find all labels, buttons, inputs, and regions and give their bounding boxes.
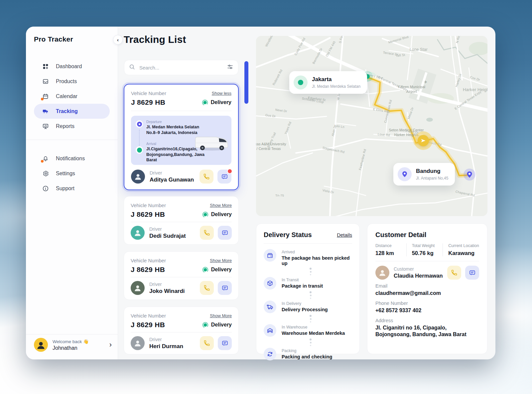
timeline-dots xyxy=(269,291,352,299)
brand-logo: Pro Tracker xyxy=(34,35,73,43)
road-label: Lone Star xyxy=(410,47,428,52)
message-driver-button[interactable] xyxy=(218,226,232,240)
details-link[interactable]: Details xyxy=(337,232,352,238)
vehicle-number-label: Vehicle Number xyxy=(131,258,166,263)
driver-avatar xyxy=(131,336,145,350)
search-input[interactable] xyxy=(139,65,223,71)
call-driver-button[interactable] xyxy=(200,226,214,240)
user-name: Johnathan xyxy=(53,345,89,351)
status-badge: Delivery xyxy=(211,322,232,328)
sidebar-item-settings[interactable]: Settings xyxy=(34,166,110,181)
status-badge: Delivery xyxy=(211,211,232,217)
chevron-right-icon[interactable]: › xyxy=(109,340,112,349)
vehicle-number-label: Vehicle Number xyxy=(131,90,166,96)
delivery-status-icon xyxy=(202,266,209,273)
sidebar-item-tracking[interactable]: Tracking xyxy=(34,104,110,119)
customer-detail-title: Customer Detail xyxy=(375,231,479,239)
step-description: The package has been picked up xyxy=(282,255,352,266)
driver-name: Joko Winardi xyxy=(149,288,185,295)
sidebar-item-support[interactable]: Support xyxy=(34,181,110,196)
list-scrollbar-thumb[interactable] xyxy=(244,61,248,104)
user-profile[interactable]: Welcome back 👋 Johnathan › xyxy=(34,338,112,352)
departure-label: Departure xyxy=(146,120,206,124)
greeting-text: Welcome back 👋 xyxy=(53,339,89,344)
road-label: Old FM 440 xyxy=(325,40,336,57)
destination-address: Jl. Antapani No,45 xyxy=(416,176,448,181)
call-driver-button[interactable] xyxy=(200,336,214,350)
user-avatar xyxy=(34,338,48,352)
sidebar-item-label: Support xyxy=(56,186,74,192)
email-label: Email xyxy=(375,283,479,289)
vehicle-position-marker[interactable] xyxy=(414,131,433,150)
tracking-card[interactable]: Vehicle Number Show More J 8629 HB Deliv… xyxy=(124,251,239,300)
call-driver-button[interactable] xyxy=(200,281,214,295)
truck-icon xyxy=(42,108,49,115)
origin-city: Jakarta xyxy=(312,76,360,83)
tracking-card[interactable]: Vehicle Number Show More J 8629 HB Deliv… xyxy=(124,196,239,245)
call-driver-button[interactable] xyxy=(200,170,213,184)
reports-icon xyxy=(42,123,49,130)
map-canvas[interactable]: Windfield DrRobinett RdCody Poe RdBermud… xyxy=(256,36,487,216)
cube-icon xyxy=(264,277,276,290)
tracking-card[interactable]: Vehicle Number Show less J 8629 HB Deliv… xyxy=(124,84,239,190)
sidebar-item-calendar[interactable]: Calendar xyxy=(34,89,110,104)
customer-detail-panel: Customer Detail Distance 128 km Total We… xyxy=(367,223,487,354)
step-stage: Arrived xyxy=(282,250,352,254)
origin-address: Jl. Medan Merdeka Selatan xyxy=(312,84,360,89)
map-road-labels: Windfield DrRobinett RdCody Poe RdBermud… xyxy=(256,36,487,216)
filter-sliders-icon[interactable] xyxy=(227,64,233,71)
road-label: Bermuda Dr xyxy=(312,47,323,65)
road-label: Cody Poe Rd xyxy=(294,37,306,56)
road-label: Taft St xyxy=(395,53,405,58)
show-more-link[interactable]: Show More xyxy=(210,203,232,208)
airport-plane-icon: ✈ xyxy=(424,80,427,84)
destination-marker[interactable] xyxy=(464,169,475,181)
sidebar-item-label: Tracking xyxy=(56,108,78,114)
phone-icon xyxy=(203,229,210,236)
message-customer-button[interactable] xyxy=(465,266,479,280)
message-driver-button[interactable] xyxy=(218,281,232,295)
sidebar-item-notifications[interactable]: Notifications xyxy=(34,151,110,166)
dashboard-icon xyxy=(42,63,49,70)
show-more-link[interactable]: Show More xyxy=(210,258,232,263)
customer-name: Claudia Hermawan xyxy=(394,273,443,279)
sidebar-item-label: Dashboard xyxy=(56,64,82,69)
stat-value: Karawang xyxy=(448,250,479,256)
stat-label: Distance xyxy=(375,243,406,248)
phone-icon xyxy=(203,340,210,346)
show-more-link[interactable]: Show More xyxy=(210,313,232,318)
stat-distance: Distance 128 km xyxy=(375,243,406,256)
road-label: E Central Texas Expy xyxy=(454,90,482,110)
sidebar-item-label: Notifications xyxy=(56,156,85,162)
step-description: Delivery Processing xyxy=(282,307,328,312)
message-driver-button[interactable] xyxy=(218,336,232,350)
step-description: Package in transit xyxy=(282,283,323,289)
message-driver-button[interactable] xyxy=(217,170,231,184)
call-customer-button[interactable] xyxy=(447,266,461,280)
chat-icon xyxy=(221,340,228,347)
bell-icon xyxy=(42,155,49,162)
road-label: Yates Rd xyxy=(284,121,292,135)
sidebar-collapse-button[interactable]: ‹ xyxy=(113,35,123,45)
driver-name: Aditya Gunawan xyxy=(150,177,194,183)
sidebar-item-label: Reports xyxy=(56,123,74,129)
chat-icon xyxy=(221,229,228,236)
road-label: Alvin Dr xyxy=(331,124,337,136)
address-label: Address xyxy=(375,318,479,323)
sidebar-item-dashboard[interactable]: Dashboard xyxy=(34,59,110,74)
stat-label: Current Location xyxy=(448,243,479,248)
road-label: N Roy Reynolds Dr xyxy=(455,36,466,44)
sidebar-item-reports[interactable]: Reports xyxy=(34,119,110,134)
email-block: Email claudhermaw@gmail.com xyxy=(375,283,479,297)
status-step: In Transit Package in transit xyxy=(264,277,352,290)
sidebar-item-label: Products xyxy=(56,78,77,84)
stat-value: 128 km xyxy=(375,250,406,256)
sidebar-item-products[interactable]: Products xyxy=(34,74,110,89)
road-label: Chaparral Rd xyxy=(455,190,475,197)
road-label: Harley Dr xyxy=(455,73,462,87)
tracking-card[interactable]: Vehicle Number Show More J 8629 HB Deliv… xyxy=(124,307,239,354)
phone-icon xyxy=(203,285,210,291)
delivery-status-panel: Delivery Status Details Arrived The pack… xyxy=(256,223,360,354)
driver-avatar xyxy=(131,226,145,240)
show-less-link[interactable]: Show less xyxy=(212,91,231,96)
